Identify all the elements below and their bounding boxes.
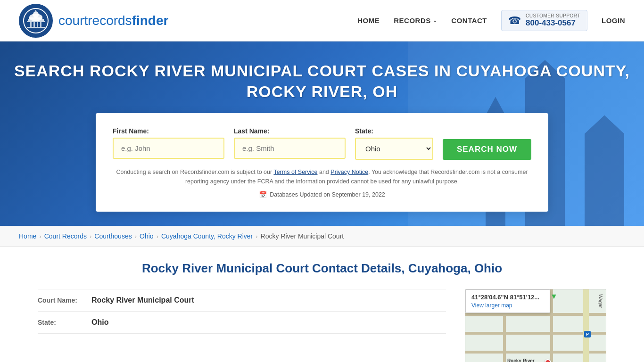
- last-name-label: Last Name:: [234, 127, 346, 135]
- breadcrumb-sep-5: ›: [256, 233, 257, 240]
- support-info: CUSTOMER SUPPORT 800-433-0567: [526, 13, 580, 28]
- search-fields-row: First Name: Last Name: State: Ohio Alaba…: [113, 127, 531, 160]
- logo-text: courtrecordsfinder: [58, 13, 168, 28]
- first-name-group: First Name:: [113, 127, 224, 160]
- support-box: ☎ CUSTOMER SUPPORT 800-433-0567: [501, 10, 587, 31]
- nav-home[interactable]: HOME: [357, 16, 380, 25]
- disclaimer-text: Conducting a search on Recordsfinder.com…: [113, 167, 531, 186]
- breadcrumb-sep-4: ›: [157, 233, 158, 240]
- breadcrumb-sep-2: ›: [90, 233, 91, 240]
- map-view-larger-link[interactable]: View larger map: [471, 302, 544, 309]
- last-name-group: Last Name:: [234, 127, 346, 160]
- state-detail-label: State:: [38, 319, 85, 326]
- breadcrumb-bar: Home › Court Records › Courthouses › Ohi…: [0, 226, 644, 247]
- breadcrumb: Home › Court Records › Courthouses › Ohi…: [19, 232, 625, 240]
- map-area: Wagar ommunity Garden ▼ Rocky RiverSenio…: [465, 289, 606, 362]
- support-number[interactable]: 800-433-0567: [526, 18, 580, 28]
- nav-records[interactable]: RECORDS ⌄: [394, 16, 437, 25]
- first-name-input[interactable]: [113, 138, 224, 159]
- map-tooltip: 41°28'04.6"N 81°51'12... View larger map: [465, 289, 550, 313]
- hero-section: SEARCH ROCKY RIVER MUNICIPAL COURT CASES…: [0, 41, 644, 226]
- map-sr-center-label: Rocky RiverSenior Center: [505, 358, 537, 362]
- site-logo[interactable]: courtrecordsfinder: [19, 4, 168, 38]
- search-card: First Name: Last Name: State: Ohio Alaba…: [96, 113, 548, 212]
- breadcrumb-cuyahoga[interactable]: Cuyahoga County, Rocky River: [161, 232, 253, 240]
- terms-link[interactable]: Terms of Service: [273, 169, 317, 175]
- state-select[interactable]: Ohio Alabama Alaska Arizona Arkansas Cal…: [355, 138, 433, 160]
- svg-point-10: [33, 11, 39, 18]
- detail-row-state: State: Ohio: [38, 312, 446, 334]
- privacy-link[interactable]: Privacy Notice: [330, 169, 368, 175]
- breadcrumb-home[interactable]: Home: [19, 232, 36, 240]
- details-table: Court Name: Rocky River Municipal Court …: [38, 289, 446, 362]
- state-label: State:: [355, 127, 433, 135]
- map-poi: P: [584, 331, 591, 337]
- db-updated-text: Databases Updated on September 19, 2022: [270, 191, 385, 198]
- map-arrow-icon: ▼: [550, 292, 604, 301]
- main-nav: HOME RECORDS ⌄ CONTACT ☎ CUSTOMER SUPPOR…: [357, 10, 625, 31]
- nav-contact[interactable]: CONTACT: [451, 16, 487, 25]
- details-map-row: Court Name: Rocky River Municipal Court …: [38, 289, 606, 362]
- svg-rect-9: [27, 27, 45, 28]
- support-label: CUSTOMER SUPPORT: [526, 13, 580, 18]
- headset-icon: ☎: [508, 15, 521, 27]
- db-updated: 📅 Databases Updated on September 19, 202…: [113, 191, 531, 198]
- state-group: State: Ohio Alabama Alaska Arizona Arkan…: [355, 127, 433, 160]
- search-button[interactable]: SEARCH NOW: [443, 139, 531, 160]
- svg-rect-7: [37, 22, 38, 27]
- breadcrumb-ohio[interactable]: Ohio: [140, 232, 154, 240]
- calendar-icon: 📅: [259, 191, 267, 198]
- hero-title: SEARCH ROCKY RIVER MUNICIPAL COURT CASES…: [9, 60, 635, 102]
- detail-row-court-name: Court Name: Rocky River Municipal Court: [38, 289, 446, 312]
- svg-rect-4: [27, 21, 45, 22]
- svg-rect-6: [33, 22, 35, 27]
- breadcrumb-sep-3: ›: [135, 233, 137, 240]
- breadcrumb-sep-1: ›: [39, 233, 41, 240]
- main-content: Rocky River Municipal Court Contact Deta…: [0, 247, 644, 362]
- breadcrumb-current: Rocky River Municipal Court: [261, 232, 344, 240]
- nav-login[interactable]: LOGIN: [602, 16, 625, 25]
- breadcrumb-courthouses[interactable]: Courthouses: [94, 232, 132, 240]
- chevron-down-icon: ⌄: [433, 17, 438, 24]
- logo-icon: [19, 4, 53, 38]
- court-name-label: Court Name:: [38, 296, 85, 304]
- site-header: courtrecordsfinder HOME RECORDS ⌄ CONTAC…: [0, 0, 644, 41]
- breadcrumb-court-records[interactable]: Court Records: [44, 232, 87, 240]
- section-title: Rocky River Municipal Court Contact Deta…: [38, 261, 606, 276]
- svg-rect-8: [40, 22, 41, 27]
- map-container[interactable]: Wagar ommunity Garden ▼ Rocky RiverSenio…: [465, 289, 606, 362]
- svg-rect-3: [28, 19, 44, 21]
- map-tooltip-coords: 41°28'04.6"N 81°51'12...: [471, 294, 544, 301]
- state-detail-value: Ohio: [91, 318, 108, 327]
- first-name-label: First Name:: [113, 127, 224, 135]
- svg-rect-5: [30, 22, 32, 27]
- map-poi-icon: P: [586, 332, 589, 337]
- map-pin: [545, 359, 551, 362]
- last-name-input[interactable]: [234, 138, 346, 159]
- court-name-value: Rocky River Municipal Court: [91, 296, 194, 304]
